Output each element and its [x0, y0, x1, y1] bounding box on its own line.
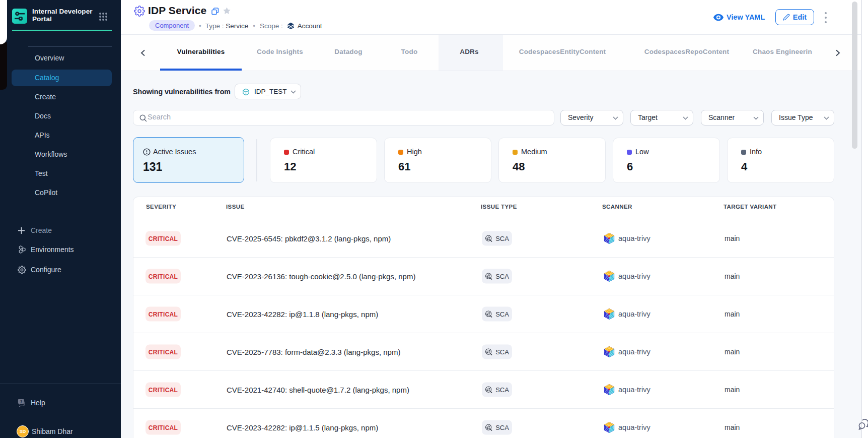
svg-text:?: ? [20, 399, 23, 404]
